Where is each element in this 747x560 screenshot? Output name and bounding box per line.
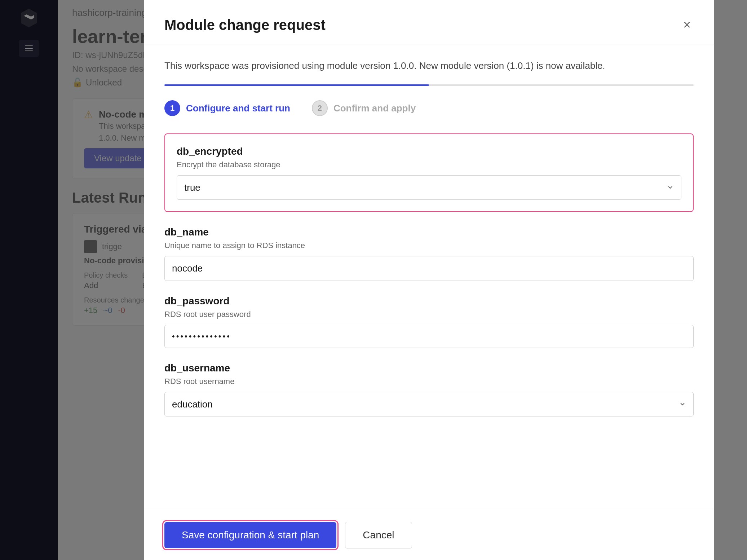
step-2-label: Confirm and apply (333, 103, 416, 114)
cancel-button[interactable]: Cancel (345, 522, 412, 548)
db-name-input[interactable] (164, 256, 694, 281)
step-1-label: Configure and start run (186, 103, 290, 114)
modal-body: This workspace was provisioned using mod… (144, 44, 714, 510)
field-group-db-password: db_password RDS root user password (164, 295, 694, 348)
db-encrypted-description: Encrypt the database storage (177, 160, 681, 169)
field-group-db-username: db_username RDS root username education … (164, 362, 694, 416)
steps-container: 1 Configure and start run 2 Confirm and … (164, 100, 694, 116)
field-group-db-encrypted: db_encrypted Encrypt the database storag… (164, 133, 694, 212)
db-name-description: Unique name to assign to RDS instance (164, 241, 694, 250)
step-2: 2 Confirm and apply (312, 100, 416, 116)
modal-close-button[interactable]: × (680, 14, 694, 35)
db-username-description: RDS root username (164, 377, 694, 386)
db-password-label: db_password (164, 295, 694, 307)
progress-bar (164, 84, 694, 86)
db-name-label: db_name (164, 226, 694, 238)
db-password-input[interactable] (164, 325, 694, 348)
modal-header: Module change request × (144, 0, 714, 44)
db-username-label: db_username (164, 362, 694, 374)
db-password-description: RDS root user password (164, 310, 694, 319)
step-1: 1 Configure and start run (164, 100, 290, 116)
db-username-select[interactable]: education admin root (164, 392, 694, 416)
step-2-number: 2 (312, 100, 328, 116)
modal-description: This workspace was provisioned using mod… (164, 59, 694, 73)
db-encrypted-select[interactable]: true false (177, 175, 681, 200)
background-page: hashicorp-training / Project learn-terra… (0, 0, 747, 560)
modal-title: Module change request (164, 17, 326, 33)
modal-footer: Save configuration & start plan Cancel (144, 510, 714, 560)
module-change-request-modal: Module change request × This workspace w… (144, 0, 714, 560)
db-encrypted-label: db_encrypted (177, 146, 681, 157)
save-configuration-button[interactable]: Save configuration & start plan (164, 522, 336, 548)
field-group-db-name: db_name Unique name to assign to RDS ins… (164, 226, 694, 281)
step-1-number: 1 (164, 100, 180, 116)
progress-fill (164, 84, 429, 86)
